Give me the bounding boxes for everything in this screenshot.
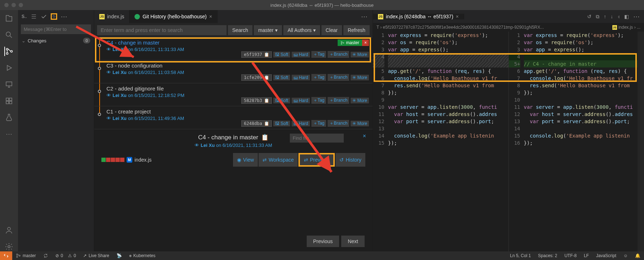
tag-button[interactable]: ＋Tag: [311, 51, 326, 58]
eol-status[interactable]: LF: [580, 253, 593, 258]
code-line[interactable]: var server = app.listen(3000, functi: [524, 103, 644, 111]
explorer-icon[interactable]: [4, 14, 14, 23]
code-line[interactable]: [388, 125, 508, 132]
author-filter-button[interactable]: All Authors ▾: [283, 25, 320, 35]
close-icon[interactable]: ×: [363, 133, 366, 139]
sync-status[interactable]: [40, 251, 52, 260]
hard-reset-button[interactable]: 🖴 Hard: [292, 98, 310, 103]
more-button[interactable]: ✳ More: [351, 75, 369, 80]
code-line[interactable]: res.send('Hello Boathouse v1 from: [388, 82, 508, 89]
clipboard-icon[interactable]: 📋: [264, 121, 269, 126]
hard-reset-button[interactable]: 🖴 Hard: [292, 121, 310, 126]
feedback-icon[interactable]: ☺: [620, 253, 631, 258]
close-icon[interactable]: ×: [456, 14, 459, 19]
code-line[interactable]: [524, 96, 644, 103]
code-line[interactable]: var express = require('express');: [388, 32, 508, 39]
run-debug-icon[interactable]: [4, 63, 14, 73]
editor-more-icon[interactable]: [361, 13, 367, 20]
more-button[interactable]: ✳ More: [351, 52, 369, 57]
code-line[interactable]: var os = require('os');: [388, 39, 508, 46]
code-line[interactable]: });: [388, 139, 508, 147]
clipboard-icon[interactable]: 📋: [264, 75, 269, 80]
branch-button[interactable]: ＋Branch: [328, 120, 349, 127]
code-line[interactable]: [388, 60, 508, 68]
code-line[interactable]: app.get('/', function (req, res) {: [524, 68, 644, 75]
split-editor-icon[interactable]: ◧: [624, 14, 629, 19]
branch-filter-button[interactable]: master ▾: [254, 25, 282, 35]
history-icon[interactable]: ↺: [587, 14, 592, 19]
prev-change-icon[interactable]: ↑: [604, 14, 606, 19]
code-line[interactable]: var port = server.address().port;: [388, 118, 508, 125]
code-line[interactable]: console.log('Example app listenin: [524, 132, 644, 139]
branch-button[interactable]: ＋Branch: [328, 97, 349, 104]
refresh-button[interactable]: Refresh: [343, 25, 370, 35]
code-line[interactable]: [388, 96, 508, 103]
branch-status[interactable]: master: [12, 251, 40, 260]
commit-hash[interactable]: 6248dba 📋: [241, 120, 272, 127]
problems-status[interactable]: ⊘0 ⚠0: [52, 251, 80, 260]
commit-row[interactable]: C3 - node configuration 👁 Lei Xu on 6/16…: [94, 60, 373, 83]
code-line[interactable]: console.log('Hello Boathouse v1 fr: [388, 75, 508, 82]
code-line[interactable]: });: [524, 139, 644, 147]
scm-sort-label[interactable]: S..: [22, 14, 27, 19]
close-icon[interactable]: ×: [209, 14, 212, 19]
window-traffic-lights[interactable]: [0, 3, 23, 7]
code-line[interactable]: var host = server.address().addres: [388, 111, 508, 118]
live-share-status[interactable]: ↗Live Share: [79, 251, 113, 260]
commit-message-input[interactable]: [21, 24, 91, 34]
code-line[interactable]: });: [524, 89, 644, 96]
cursor-position[interactable]: Ln 5, Col 1: [506, 253, 534, 258]
extensions-icon[interactable]: [4, 96, 14, 106]
scm-more-icon[interactable]: [61, 13, 67, 20]
close-icon[interactable]: ×: [362, 40, 369, 46]
breadcrumb-left[interactable]: T › e5f193722787c872c275d80f8f1e3ee4dc29…: [376, 25, 544, 30]
ports-status[interactable]: 📡: [113, 251, 125, 260]
min-dot-icon[interactable]: [12, 3, 16, 7]
more-button[interactable]: ✳ More: [351, 121, 369, 126]
commit-hash[interactable]: e5f1937 📋: [241, 51, 272, 58]
view-button[interactable]: ◉View: [233, 153, 258, 167]
kubernetes-status[interactable]: ⎈Kubernetes: [125, 251, 159, 260]
code-line[interactable]: [524, 125, 644, 132]
tag-button[interactable]: ＋Tag: [311, 74, 326, 81]
remote-button[interactable]: [0, 251, 12, 260]
tab-diff[interactable]: JS index.js (6248dba ↔ e5f1937) ×: [373, 14, 464, 19]
history-icon[interactable]: [51, 13, 57, 20]
code-line[interactable]: var port = server.address().port;: [524, 118, 644, 125]
gear-icon[interactable]: [4, 242, 14, 251]
soft-reset-button[interactable]: 🖫 Soft: [273, 98, 290, 103]
account-icon[interactable]: [4, 226, 14, 235]
commit-row[interactable]: master× C4 - change in master 👁 Lei Xu o…: [94, 37, 373, 60]
hard-reset-button[interactable]: 🖴 Hard: [292, 75, 310, 80]
code-line[interactable]: var express = require('express');: [524, 32, 644, 39]
code-line[interactable]: [388, 53, 508, 60]
encoding-status[interactable]: UTF-8: [561, 253, 580, 258]
open-file-icon[interactable]: ⧉: [596, 14, 599, 20]
tab-index-js[interactable]: JS index.js: [94, 10, 129, 23]
changes-section[interactable]: ⌄ Changes 0: [18, 36, 94, 46]
toggle-whitespace-icon[interactable]: ⫞: [617, 14, 620, 19]
commit-row[interactable]: C1 - create project 👁 Lei Xu on 6/15/202…: [94, 106, 373, 129]
soft-reset-button[interactable]: 🖫 Soft: [273, 52, 290, 57]
search-icon[interactable]: [4, 30, 14, 40]
history-search-input[interactable]: [97, 25, 227, 35]
activity-more-icon[interactable]: [4, 129, 14, 139]
code-line[interactable]: [524, 53, 644, 60]
code-line[interactable]: console.log('Example app listenin: [388, 132, 508, 139]
commit-hash[interactable]: 1cfe209 📋: [241, 74, 272, 81]
remote-explorer-icon[interactable]: [4, 80, 14, 89]
clipboard-icon[interactable]: 📋: [264, 98, 269, 103]
tag-button[interactable]: ＋Tag: [311, 97, 326, 104]
code-line[interactable]: var app = express();: [524, 46, 644, 53]
branch-button[interactable]: ＋Branch: [328, 74, 349, 81]
testing-icon[interactable]: [4, 113, 14, 122]
editor-more-icon[interactable]: [633, 13, 640, 20]
pager-next-button[interactable]: Next: [341, 236, 365, 247]
clipboard-icon[interactable]: 📋: [261, 134, 269, 141]
code-line[interactable]: // C4 - change in master: [524, 60, 644, 68]
minimap[interactable]: [638, 32, 644, 251]
code-line[interactable]: });: [388, 89, 508, 96]
search-button[interactable]: Search: [228, 25, 252, 35]
notifications-icon[interactable]: 🔔: [631, 253, 644, 258]
soft-reset-button[interactable]: 🖫 Soft: [273, 75, 290, 80]
